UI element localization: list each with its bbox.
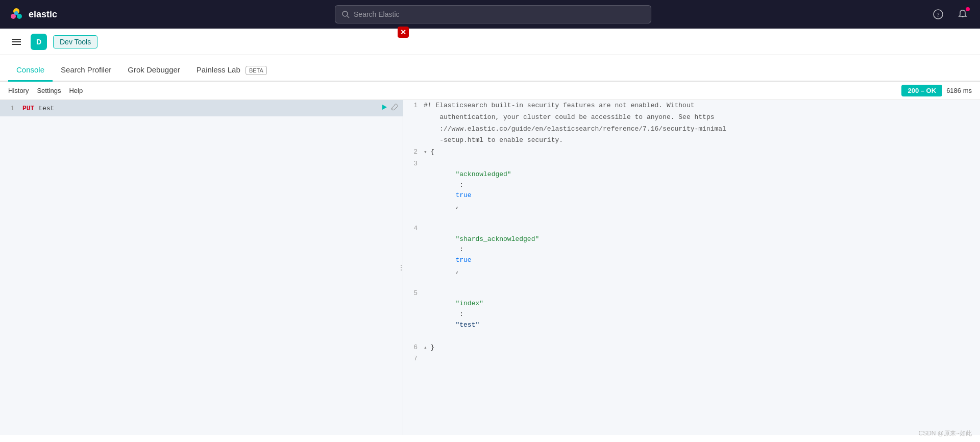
svg-point-13 [393, 109, 394, 110]
svg-line-5 [347, 16, 349, 18]
output-line-number-1d [403, 135, 424, 146]
svg-text:?: ? [937, 11, 939, 18]
tab-bar: Console Search Profiler Grok Debugger Pa… [0, 55, 980, 82]
editor-line-1: 1 PUT test [0, 100, 403, 116]
output-line-number-1b [403, 112, 424, 123]
search-icon [341, 10, 350, 18]
help-link[interactable]: Help [69, 87, 83, 94]
tab-search-profiler[interactable]: Search Profiler [53, 65, 119, 82]
history-button[interactable]: History [8, 87, 29, 94]
svg-point-3 [14, 11, 18, 15]
hamburger-menu-button[interactable] [8, 34, 24, 50]
close-response-button[interactable]: ✕ [398, 27, 409, 38]
output-line-number-3: 3 [403, 159, 424, 223]
output-line-number-5: 5 [403, 288, 424, 341]
tab-grok-debugger[interactable]: Grok Debugger [119, 65, 188, 82]
beta-badge: BETA [246, 66, 267, 75]
output-line-number-6: 6 [403, 342, 424, 353]
output-line-1c: ://www.elastic.co/guide/en/elasticsearch… [403, 124, 980, 135]
help-circle-icon: ? [933, 9, 943, 19]
output-content-1c: ://www.elastic.co/guide/en/elasticsearch… [424, 124, 980, 135]
json-value-shards: true [455, 256, 471, 264]
output-line-5: 5 "index" : "test" [403, 288, 980, 342]
output-line-number-1c [403, 124, 424, 135]
status-badge: 200 – OK [901, 85, 942, 96]
settings-button[interactable]: Settings [37, 87, 61, 94]
wrench-icon [391, 104, 399, 111]
help-button[interactable]: ? [929, 5, 947, 23]
output-line-1b: authentication, your cluster could be ac… [403, 112, 980, 124]
secondary-navigation: D Dev Tools [0, 29, 980, 55]
toolbar-right: 200 – OK 6186 ms [901, 85, 972, 96]
output-content-2: ▾ { [424, 147, 980, 158]
line-content-1[interactable]: PUT test [20, 104, 381, 113]
output-line-1: 1 #! Elasticsearch built-in security fea… [403, 100, 980, 112]
watermark: CSDN @原来~如此 [918, 429, 972, 435]
keyword-val: test [38, 105, 54, 112]
json-value-index: "test" [455, 321, 479, 329]
json-value-acknowledged: true [455, 191, 471, 199]
elastic-logo[interactable]: elastic [8, 6, 57, 22]
output-line-number-4: 4 [403, 224, 424, 287]
output-line-2: 2 ▾ { [403, 146, 980, 158]
input-panel: 1 PUT test [0, 100, 403, 435]
line-actions [381, 104, 399, 113]
response-time: 6186 ms [946, 87, 972, 94]
output-content-1d: -setup.html to enable security. [424, 135, 980, 146]
svg-marker-12 [382, 105, 387, 110]
output-content-6: ▴ } [424, 342, 980, 353]
notification-badge [966, 7, 970, 11]
output-content-1: #! Elasticsearch built-in security featu… [424, 101, 980, 111]
top-navigation: elastic Search Elastic ? [0, 0, 980, 29]
elastic-logo-icon [8, 6, 24, 22]
line-number-1: 1 [0, 105, 20, 112]
search-bar-placeholder: Search Elastic [354, 10, 399, 18]
dev-tools-button[interactable]: Dev Tools [53, 35, 97, 48]
output-panel: 1 #! Elasticsearch built-in security fea… [403, 100, 980, 435]
hamburger-icon [12, 38, 21, 45]
output-content-1b: authentication, your cluster could be ac… [424, 112, 980, 123]
json-key-shards: "shards_acknowledged" [455, 235, 539, 243]
elastic-logo-text: elastic [29, 9, 57, 20]
toolbar-left: History Settings Help [8, 87, 83, 94]
user-avatar[interactable]: D [31, 34, 47, 50]
svg-point-4 [342, 11, 348, 16]
fold-indicator-2[interactable]: ▾ [424, 149, 430, 155]
editor-toolbar: History Settings Help 200 – OK 6186 ms [0, 82, 980, 100]
keyword-put: PUT [22, 105, 34, 112]
tab-console[interactable]: Console [8, 65, 53, 82]
output-content-4: "shards_acknowledged" : true , [424, 224, 980, 287]
play-icon [381, 104, 388, 111]
json-key-acknowledged: "acknowledged" [455, 170, 511, 178]
global-search-bar[interactable]: Search Elastic [335, 5, 651, 23]
output-line-4: 4 "shards_acknowledged" : true , [403, 223, 980, 288]
fold-indicator-6[interactable]: ▴ [424, 345, 430, 351]
editor-empty-area[interactable] [0, 116, 403, 435]
output-line-1d: -setup.html to enable security. [403, 135, 980, 146]
output-content-5: "index" : "test" [424, 288, 980, 341]
settings-wrench-button[interactable] [391, 104, 399, 113]
close-response-overlay: ✕ [398, 27, 409, 38]
output-line-number-7: 7 [403, 354, 424, 364]
output-line-number-2: 2 [403, 147, 424, 158]
resize-handle[interactable]: ⋮ [398, 263, 405, 272]
output-line-number-1: 1 [403, 101, 424, 111]
output-content-7 [424, 354, 980, 364]
json-key-index: "index" [455, 300, 483, 307]
editor-container: 1 PUT test [0, 100, 980, 435]
output-line-3: 3 "acknowledged" : true , [403, 158, 980, 223]
notifications-button[interactable] [953, 5, 972, 23]
run-button[interactable] [381, 104, 388, 113]
nav-right-icons: ? [929, 5, 972, 23]
output-line-6: 6 ▴ } [403, 342, 980, 354]
output-content-3: "acknowledged" : true , [424, 159, 980, 223]
global-search-container: Search Elastic [65, 5, 921, 23]
tab-painless-lab[interactable]: Painless Lab BETA [188, 65, 275, 82]
output-line-7: 7 [403, 353, 980, 365]
